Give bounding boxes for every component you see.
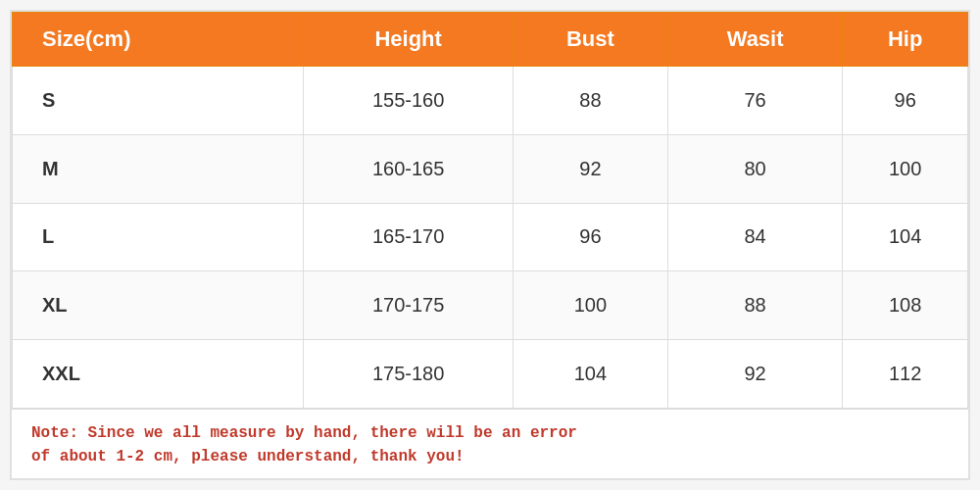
cell-waist: 84: [667, 203, 842, 271]
cell-hip: 104: [843, 203, 968, 271]
cell-size: XL: [13, 271, 304, 340]
table-row: XL170-17510088108: [13, 271, 968, 340]
note-text: Note: Since we all measure by hand, ther…: [31, 421, 949, 468]
table-wrapper: Size(cm) Height Bust Wasit Hip S155-1608…: [12, 12, 968, 409]
cell-size: XXL: [13, 340, 304, 409]
cell-hip: 96: [843, 67, 968, 135]
cell-waist: 88: [667, 271, 842, 340]
size-table: Size(cm) Height Bust Wasit Hip S155-1608…: [12, 12, 968, 409]
cell-size: M: [13, 134, 304, 203]
cell-bust: 100: [513, 271, 667, 340]
cell-bust: 96: [513, 203, 667, 271]
cell-bust: 92: [513, 134, 667, 203]
table-row: XXL175-18010492112: [13, 340, 968, 409]
col-size: Size(cm): [13, 13, 304, 67]
table-header-row: Size(cm) Height Bust Wasit Hip: [13, 13, 968, 67]
table-row: S155-160887696: [13, 67, 968, 135]
col-height: Height: [304, 13, 514, 67]
cell-waist: 76: [667, 67, 842, 135]
cell-height: 155-160: [304, 67, 514, 135]
note-line1: Note: Since we all measure by hand, ther…: [31, 424, 577, 442]
cell-height: 175-180: [304, 340, 514, 409]
col-waist: Wasit: [667, 13, 842, 67]
cell-hip: 100: [843, 134, 968, 203]
cell-bust: 88: [513, 67, 667, 135]
note-section: Note: Since we all measure by hand, ther…: [12, 409, 968, 478]
cell-size: S: [13, 67, 304, 135]
cell-height: 165-170: [304, 203, 514, 271]
cell-hip: 108: [843, 271, 968, 340]
cell-waist: 92: [667, 340, 842, 409]
cell-height: 170-175: [304, 271, 514, 340]
cell-hip: 112: [843, 340, 968, 409]
table-row: M160-1659280100: [13, 134, 968, 203]
cell-height: 160-165: [304, 134, 514, 203]
col-bust: Bust: [513, 13, 667, 67]
note-line2: of about 1-2 cm, please understand, than…: [31, 448, 465, 466]
size-chart-container: Size(cm) Height Bust Wasit Hip S155-1608…: [10, 10, 970, 480]
col-hip: Hip: [843, 13, 968, 67]
cell-bust: 104: [513, 340, 667, 409]
cell-waist: 80: [667, 134, 842, 203]
table-row: L165-1709684104: [13, 203, 968, 271]
cell-size: L: [13, 203, 304, 271]
